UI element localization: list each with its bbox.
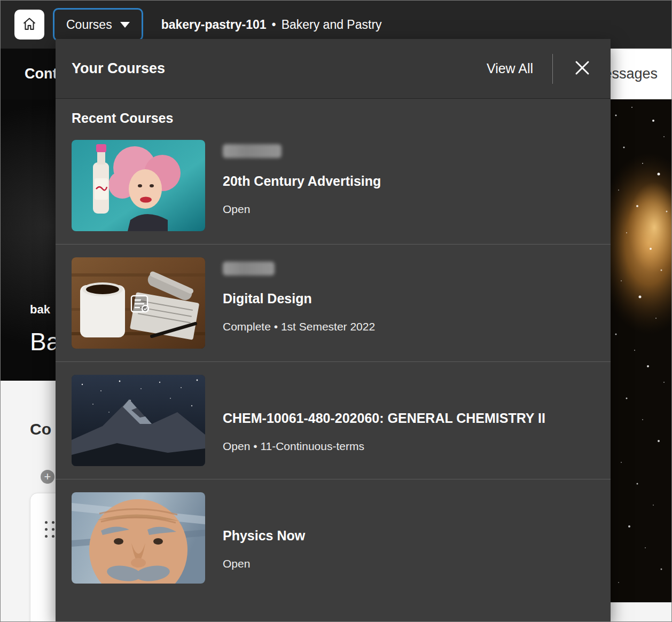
panel-title: Your Courses	[72, 60, 165, 77]
breadcrumb-course-name: Bakery and Pastry	[282, 18, 382, 32]
tab-messages[interactable]: essages	[604, 49, 671, 99]
view-all-link[interactable]: View All	[487, 61, 533, 76]
breadcrumb: bakery-pastry-101 • Bakery and Pastry	[161, 18, 382, 32]
course-id-redacted	[223, 262, 275, 275]
courses-dropdown-panel: Your Courses View All Recent Courses	[56, 39, 611, 622]
course-title: CHEM-10061-480-202060: GENERAL CHEMISTRY…	[223, 410, 545, 426]
panel-header: Your Courses View All	[56, 39, 611, 99]
course-info: Physics Now Open	[223, 492, 305, 584]
breadcrumb-separator: •	[272, 18, 276, 32]
courses-menu-label: Courses	[66, 18, 112, 32]
pastry-bokeh-photo	[611, 99, 672, 602]
course-title: Physics Now	[223, 527, 305, 544]
drag-handle-icon[interactable]	[45, 521, 54, 538]
content-section-heading: Co	[30, 420, 51, 438]
course-info: 20th Century Advertising Open	[223, 140, 381, 231]
course-list-item[interactable]: Digital Design Complete • 1st Semester 2…	[56, 244, 611, 361]
tab-content[interactable]: Cont	[1, 49, 56, 99]
course-title: Digital Design	[223, 290, 312, 306]
home-icon	[22, 17, 37, 33]
course-thumbnail-mountain	[72, 375, 205, 466]
course-status: Open • 11-Continuous-terms	[223, 440, 364, 453]
add-content-button[interactable]: +	[39, 468, 56, 485]
app-screen: Courses bakery-pastry-101 • Bakery and P…	[0, 0, 672, 622]
tab-content-label: Cont	[25, 66, 56, 82]
page-background-right	[611, 602, 672, 622]
course-list-item[interactable]: CHEM-10061-480-202060: GENERAL CHEMISTRY…	[56, 361, 611, 479]
course-info: CHEM-10061-480-202060: GENERAL CHEMISTRY…	[223, 375, 545, 466]
home-button[interactable]	[14, 10, 44, 40]
courses-menu-button[interactable]: Courses	[53, 8, 143, 41]
course-list-item[interactable]: 20th Century Advertising Open	[56, 127, 611, 244]
close-icon	[573, 59, 591, 78]
course-status: Open	[223, 557, 250, 570]
course-info: Digital Design Complete • 1st Semester 2…	[223, 257, 375, 349]
course-title: 20th Century Advertising	[223, 173, 381, 189]
course-thumbnail-coffee	[72, 257, 205, 349]
header-divider	[552, 54, 553, 84]
close-panel-button[interactable]	[570, 57, 595, 81]
course-thumbnail-advertising	[72, 140, 205, 231]
course-banner-image-right	[611, 99, 672, 602]
recent-courses-heading: Recent Courses	[72, 111, 595, 126]
course-status: Open	[223, 203, 250, 216]
hero-course-code: bak	[30, 303, 50, 317]
course-list-item[interactable]: Physics Now Open	[56, 479, 611, 596]
breadcrumb-course-code: bakery-pastry-101	[161, 18, 267, 32]
course-id-redacted	[223, 144, 282, 158]
course-thumbnail-einstein	[72, 492, 205, 584]
tab-messages-label: essages	[604, 66, 658, 82]
course-status: Complete • 1st Semester 2022	[223, 320, 375, 333]
chevron-down-icon	[120, 22, 130, 28]
